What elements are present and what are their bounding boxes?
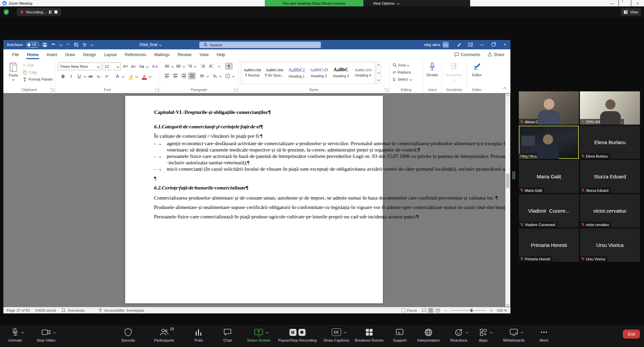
find-button[interactable]: Find	[393, 62, 412, 68]
increase-indent-button[interactable]	[207, 63, 215, 70]
collapse-ribbon-button[interactable]	[504, 86, 506, 90]
align-right-button[interactable]	[180, 73, 187, 79]
view-options-button[interactable]: View Options	[363, 0, 470, 6]
style-heading3[interactable]: AaBbCHeading 3	[330, 62, 352, 83]
chevron-up-icon[interactable]	[266, 331, 268, 335]
tab-file[interactable]: File	[8, 49, 23, 60]
search-box[interactable]: Search	[199, 42, 321, 48]
pause-recording-icon[interactable]	[49, 10, 51, 14]
justify-button[interactable]	[188, 73, 196, 79]
undo-dropdown-icon[interactable]	[59, 43, 62, 46]
editor-button[interactable]: Editor	[466, 62, 487, 77]
participant-tile[interactable]: Ursu Viorica Ursu Viorica	[580, 228, 640, 262]
styles-scroll-down[interactable]	[376, 69, 381, 76]
breakout-rooms-button[interactable]: Breakout Rooms	[355, 328, 384, 342]
tab-mailings[interactable]: Mailings	[150, 49, 174, 60]
paragraph-dialog-launcher[interactable]	[234, 88, 237, 91]
word-minimize-button[interactable]: —	[476, 40, 488, 49]
redo-icon[interactable]	[65, 42, 70, 47]
highlight-button[interactable]	[128, 73, 134, 80]
stop-recording-icon[interactable]	[54, 10, 57, 13]
participant-tile[interactable]: Primaria Horesti Primaria Horesti	[519, 228, 579, 262]
tab-design[interactable]: Design	[79, 49, 100, 60]
panel-resize-handle[interactable]	[512, 171, 515, 179]
clipboard-dialog-launcher[interactable]	[51, 88, 54, 91]
share-screen-button[interactable]: Share Screen	[247, 328, 270, 342]
chevron-up-icon[interactable]	[53, 331, 55, 335]
tab-home[interactable]: Home	[23, 49, 43, 60]
minimize-button[interactable]: —	[606, 0, 618, 6]
show-captions-button[interactable]: CC Show Captions	[323, 328, 349, 342]
support-button[interactable]: Support	[393, 328, 406, 342]
interpretation-button[interactable]: Interpretation	[417, 328, 440, 342]
grow-font-button[interactable]	[122, 63, 129, 70]
zoom-slider[interactable]	[451, 310, 486, 311]
quick-access-customize-icon[interactable]	[91, 43, 94, 46]
stop-video-button[interactable]: Stop Video	[37, 328, 55, 342]
unmute-button[interactable]: Unmute	[8, 328, 22, 342]
paste-dropdown-icon[interactable]	[12, 78, 15, 81]
style-heading4[interactable]: AaBbCcDdHeading 4	[352, 62, 374, 83]
tab-insert[interactable]: Insert	[43, 49, 61, 60]
sort-button[interactable]: A↓	[216, 63, 223, 70]
security-button[interactable]: Security	[121, 328, 135, 342]
font-color-button[interactable]	[141, 73, 148, 80]
replace-button[interactable]: ⇄ Replace	[393, 70, 412, 75]
chat-button[interactable]: Chat	[224, 328, 232, 342]
chevron-up-icon[interactable]	[344, 331, 346, 335]
italic-button[interactable]	[68, 73, 75, 80]
table-draw-icon[interactable]	[74, 42, 79, 47]
shading-button[interactable]	[211, 73, 218, 79]
autosave-toggle[interactable]: Off	[26, 42, 39, 48]
participant-tile-active-speaker[interactable]: Oleg Utica	[519, 126, 579, 159]
word-restore-button[interactable]	[488, 40, 499, 49]
participant-tile[interactable]: CPIU IFAD MOLDOVA	[580, 91, 640, 125]
chevron-up-icon[interactable]	[490, 331, 492, 335]
zoom-percentage[interactable]: 100 %	[497, 308, 507, 312]
tab-view[interactable]: View	[196, 49, 213, 60]
borders-button[interactable]	[224, 73, 231, 79]
shrink-font-button[interactable]	[130, 63, 137, 70]
participant-tile[interactable]: Maria Galiț Maria Galiț	[519, 160, 579, 193]
styles-scroll-up[interactable]	[376, 62, 381, 69]
share-button[interactable]: Share	[488, 52, 504, 57]
text-effects-button[interactable]	[114, 73, 121, 80]
page-indicator[interactable]: Page 37 of 90	[7, 308, 30, 312]
participant-tile[interactable]: Elena Burlacu Elena Burlacu	[580, 126, 640, 159]
word-count[interactable]: 24039 words	[35, 308, 56, 312]
align-center-button[interactable]	[171, 73, 179, 79]
scrollbar-thumb[interactable]	[506, 174, 509, 188]
stop-recording-icon[interactable]	[298, 329, 305, 336]
participant-tile[interactable]: Sturza Eduard Sturza Eduard	[580, 160, 640, 193]
gallery-view-button[interactable]: View	[621, 8, 641, 16]
styles-dialog-launcher[interactable]	[385, 88, 388, 91]
style-heading1[interactable]: AaBbC(Heading 1	[286, 62, 308, 83]
scroll-down-icon[interactable]	[507, 302, 509, 306]
style-heading2[interactable]: AaBbCcDHeading 2	[308, 62, 330, 83]
reactions-button[interactable]: Reactions	[450, 328, 467, 342]
document-page[interactable]: Capitolul·VI.·Drepturile·și·obligațiile·…	[125, 96, 383, 303]
style-normal[interactable]: AaBbCcDd¶ Normal	[241, 62, 263, 83]
strikethrough-button[interactable]	[87, 73, 94, 80]
apps-button[interactable]: Apps	[479, 328, 488, 342]
select-button[interactable]: Select	[393, 77, 412, 82]
chevron-up-icon[interactable]	[521, 331, 523, 335]
print-layout-button[interactable]	[428, 308, 434, 313]
participant-tile[interactable]: Aliona Cara-Rusnac	[519, 91, 579, 125]
save-icon[interactable]	[42, 42, 48, 47]
multilevel-list-button[interactable]	[186, 63, 193, 70]
font-size-select[interactable]: 12	[103, 62, 121, 70]
bold-button[interactable]	[60, 73, 66, 80]
web-layout-button[interactable]	[435, 308, 441, 313]
styles-more-button[interactable]	[376, 76, 381, 83]
underline-button[interactable]	[76, 73, 83, 80]
subscript-button[interactable]	[95, 73, 102, 80]
clear-formatting-button[interactable]	[152, 63, 158, 70]
recording-indicator[interactable]: Recording...	[17, 8, 61, 16]
more-button[interactable]: More	[540, 328, 548, 342]
close-button[interactable]: ×	[631, 0, 644, 6]
language-indicator[interactable]: x Romanian	[62, 308, 85, 313]
tab-help[interactable]: Help	[212, 49, 229, 60]
tab-layout[interactable]: Layout	[100, 49, 121, 60]
bullets-button[interactable]	[163, 63, 170, 70]
